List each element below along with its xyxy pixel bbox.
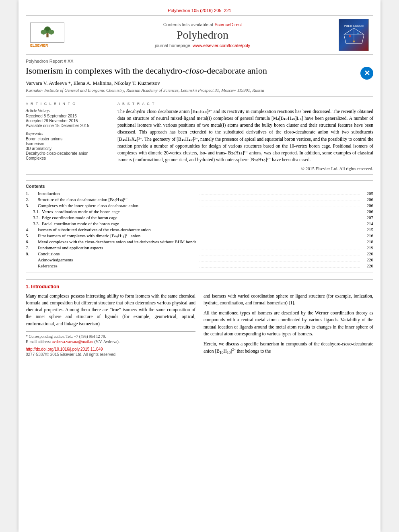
contents-item-5: 5. First isomers of complexes with dimer… xyxy=(26,233,373,238)
authors-text: Varvara V. Avdeeva *, Elena A. Malinina,… xyxy=(26,80,160,86)
footer-links: http://dx.doi.org/10.1016/j.poly.2015.11… xyxy=(26,347,195,357)
contents-label-2: Structure of the closo-decaborate anion … xyxy=(38,197,198,202)
journal-header: ELSEVIER Contents lists available at Sci… xyxy=(26,15,373,55)
contents-num-3: 3. xyxy=(26,203,38,208)
contents-page-3: 206 xyxy=(361,203,373,208)
divider-1 xyxy=(26,97,373,97)
contents-page-3-2: 207 xyxy=(361,215,373,220)
contents-page-8: 220 xyxy=(361,251,373,256)
contents-num-7: 7. xyxy=(26,245,38,250)
contents-dots-6 xyxy=(200,243,360,243)
divider-3 xyxy=(26,273,373,273)
contents-label-ack: Acknowledgements xyxy=(38,257,198,262)
elsevier-tree-icon xyxy=(35,26,60,40)
cover-polyhedron-icon xyxy=(342,27,366,45)
intro-para-2: and isomers with varied coordination sph… xyxy=(204,293,373,307)
contents-section: Contents 1. Introduction 205 2. Structur… xyxy=(26,180,373,269)
email-label: E-mail address: xyxy=(26,339,52,344)
intro-para-4: Herein, we discuss a specific isomerism … xyxy=(204,341,373,356)
history-label: Article history: xyxy=(26,108,110,113)
contents-item-ack: Acknowledgements 220 xyxy=(26,257,373,263)
contents-num-3-2: 3.2. xyxy=(26,215,42,220)
svg-rect-3 xyxy=(46,33,48,37)
contents-num-2: 2. xyxy=(26,197,38,202)
contents-item-2: 2. Structure of the closo-decaborate ani… xyxy=(26,197,373,202)
contents-label-4: Isomers of substituted derivatives of th… xyxy=(38,227,198,232)
contents-num-1: 1. xyxy=(26,191,38,196)
email-link[interactable]: avdeeva.varvara@mail.ru xyxy=(52,339,93,344)
contents-label-3-2: Edge coordination mode of the boron cage xyxy=(42,215,200,220)
contents-dots-1 xyxy=(200,195,360,195)
doi-top: Polyhedron 105 (2016) 205–221 xyxy=(19,8,380,13)
contents-dots-3-1 xyxy=(202,213,360,213)
crossmark-badge[interactable]: ✕ xyxy=(360,67,373,80)
contents-page-4: 215 xyxy=(361,227,373,232)
contents-dots-ref xyxy=(200,267,360,267)
abstract-text: The decahydro-closo-decaborate anion [B₁… xyxy=(117,108,373,164)
contents-available-text: Contents lists available at xyxy=(163,22,215,27)
article-title: Isomerism in complexes with the decahydr… xyxy=(26,65,267,77)
sciencedirect-line: Contents lists available at ScienceDirec… xyxy=(72,22,333,27)
svg-point-1 xyxy=(41,29,46,34)
contents-item-3-1: 3.1. Vertex coordination mode of the bor… xyxy=(26,209,373,214)
contents-label-8: Conclusions xyxy=(38,251,198,256)
contents-num-8: 8. xyxy=(26,251,38,256)
journal-center: Contents lists available at ScienceDirec… xyxy=(72,22,333,48)
contents-page-3-3: 214 xyxy=(361,221,373,226)
contents-item-ref: References 220 xyxy=(26,263,373,269)
svg-point-9 xyxy=(357,33,359,34)
contents-label-3-3: Facial coordination mode of the boron ca… xyxy=(42,221,200,226)
footer-doi[interactable]: http://dx.doi.org/10.1016/j.poly.2015.11… xyxy=(26,347,195,351)
footnote-corresponding: * Corresponding author. Tel.: +7 (495) 9… xyxy=(26,334,195,339)
contents-dots-3-3 xyxy=(202,225,360,225)
contents-item-3: 3. Complexes with the inner-sphere closo… xyxy=(26,203,373,208)
crossmark-icon: ✕ xyxy=(364,69,370,78)
contents-dots-5 xyxy=(200,237,360,237)
contents-item-3-3: 3.3. Facial coordination mode of the bor… xyxy=(26,221,373,226)
contents-num-3-3: 3.3. xyxy=(26,221,42,226)
svg-point-2 xyxy=(48,29,54,34)
contents-dots-4 xyxy=(200,231,360,231)
available-date: Available online 15 December 2015 xyxy=(26,123,110,128)
received-date: Received 8 September 2015 xyxy=(26,114,110,118)
contents-dots-8 xyxy=(200,255,360,255)
contents-page-7: 219 xyxy=(361,245,373,250)
contents-item-7: 7. Fundamental and application aspects 2… xyxy=(26,245,373,251)
contents-item-1: 1. Introduction 205 xyxy=(26,191,373,196)
report-line: Polyhedron Report # XX xyxy=(26,59,373,64)
affiliation-text: Kurnakov Institute of General and Inorga… xyxy=(26,88,373,92)
keyword-3: 3D aromaticity xyxy=(26,146,110,151)
footer-issn: 0277-5387/© 2015 Elsevier Ltd. All right… xyxy=(26,352,195,357)
homepage-link[interactable]: www.elsevier.com/locate/poly xyxy=(193,43,250,48)
contents-dots-3 xyxy=(200,207,360,207)
article-info-col: A R T I C L E I N F O Article history: R… xyxy=(26,100,110,171)
contents-page-2: 206 xyxy=(361,197,373,202)
contents-label-ref: References xyxy=(38,263,198,268)
contents-item-6: 6. Metal complexes with the closo-decabo… xyxy=(26,239,373,244)
contents-num-6: 6. xyxy=(26,239,38,244)
contents-dots-2 xyxy=(200,201,360,201)
contents-page-ack: 220 xyxy=(361,257,373,262)
keyword-2: Isomerism xyxy=(26,142,110,146)
article-content: Polyhedron Report # XX Isomerism in comp… xyxy=(26,59,373,359)
contents-label-7: Fundamental and application aspects xyxy=(38,245,198,250)
contents-dots-3-2 xyxy=(202,219,360,219)
contents-page-3-1: 206 xyxy=(361,209,373,214)
sciencedirect-link[interactable]: ScienceDirect xyxy=(214,22,242,27)
contents-page-6: 218 xyxy=(361,239,373,244)
keywords-label: Keywords: xyxy=(26,131,110,136)
contents-title: Contents xyxy=(26,184,373,189)
abstract-col: A B S T R A C T The decahydro-closo-deca… xyxy=(117,100,373,171)
accepted-date: Accepted 28 November 2015 xyxy=(26,119,110,123)
keyword-1: Boron cluster anions xyxy=(26,137,110,141)
contents-num-5: 5. xyxy=(26,233,38,238)
homepage-text: journal homepage: xyxy=(155,43,193,48)
contents-label-6: Metal complexes with the closo-decaborat… xyxy=(38,239,198,244)
contents-num-3-1: 3.1. xyxy=(26,209,42,214)
contents-page-1: 205 xyxy=(361,191,373,196)
contents-page-5: 216 xyxy=(361,233,373,238)
svg-point-8 xyxy=(349,35,351,37)
contents-num-4: 4. xyxy=(26,227,38,232)
keyword-5: Complexes xyxy=(26,156,110,160)
journal-cover-image: POLYHEDRON xyxy=(339,19,369,51)
